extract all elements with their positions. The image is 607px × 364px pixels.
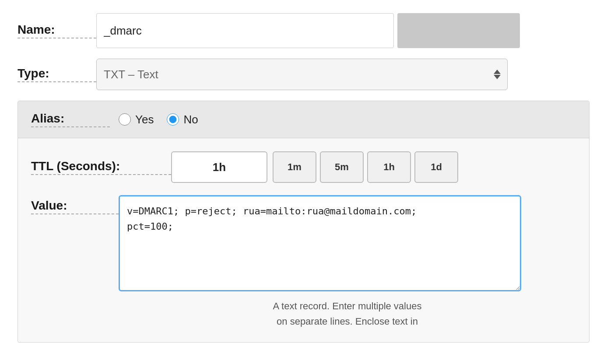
- ttl-1d-button[interactable]: 1d: [414, 151, 458, 183]
- value-label: Value:: [31, 199, 119, 214]
- alias-radio-group: Yes No: [119, 113, 198, 126]
- name-extra-box: [397, 13, 520, 48]
- type-select-wrapper: TXT – Text A – IPv4 Address AAAA – IPv6 …: [96, 59, 508, 90]
- alias-no-label: No: [183, 113, 198, 126]
- type-row: Type: TXT – Text A – IPv4 Address AAAA –…: [18, 59, 589, 90]
- ttl-row: TTL (Seconds): 1m 5m 1h 1d: [31, 151, 576, 183]
- name-row: Name:: [18, 13, 589, 48]
- ttl-5m-button[interactable]: 5m: [320, 151, 364, 183]
- alias-yes-label: Yes: [135, 113, 154, 126]
- alias-no-radio[interactable]: [167, 113, 179, 126]
- ttl-1h-button[interactable]: 1h: [367, 151, 411, 183]
- value-textarea[interactable]: v=DMARC1; p=reject; rua=mailto:rua@maild…: [119, 195, 521, 291]
- ttl-1m-button[interactable]: 1m: [273, 151, 316, 183]
- section-box: Alias: Yes No TTL (Seconds): 1m 5m 1h 1d: [18, 101, 589, 343]
- type-select[interactable]: TXT – Text A – IPv4 Address AAAA – IPv6 …: [96, 59, 508, 90]
- inner-section: TTL (Seconds): 1m 5m 1h 1d Value: v=DMAR…: [18, 138, 589, 342]
- ttl-label: TTL (Seconds):: [31, 159, 171, 175]
- value-row: Value: v=DMARC1; p=reject; rua=mailto:ru…: [31, 195, 576, 291]
- alias-label: Alias:: [31, 112, 110, 127]
- alias-no-option[interactable]: No: [167, 113, 198, 126]
- alias-row: Alias: Yes No: [18, 101, 589, 138]
- name-label: Name:: [18, 23, 96, 38]
- alias-yes-option[interactable]: Yes: [119, 113, 154, 126]
- name-input[interactable]: [96, 13, 394, 48]
- ttl-input[interactable]: [171, 151, 267, 183]
- type-label: Type:: [18, 66, 96, 82]
- ttl-buttons-group: 1m 5m 1h 1d: [273, 151, 458, 183]
- helper-text: A text record. Enter multiple valueson s…: [119, 298, 576, 329]
- alias-yes-radio[interactable]: [119, 113, 131, 126]
